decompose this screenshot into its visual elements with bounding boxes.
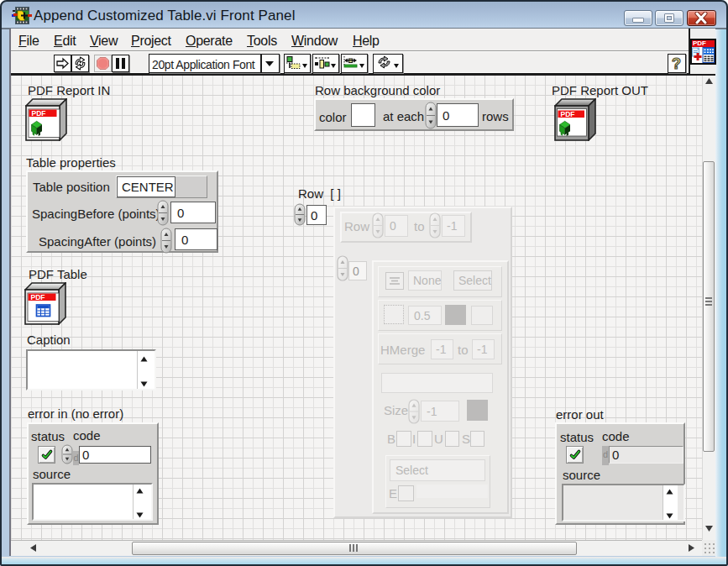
svg-text:PDF: PDF <box>32 109 46 118</box>
svg-text:PDF: PDF <box>31 293 45 301</box>
svg-text:PDF: PDF <box>561 110 575 118</box>
